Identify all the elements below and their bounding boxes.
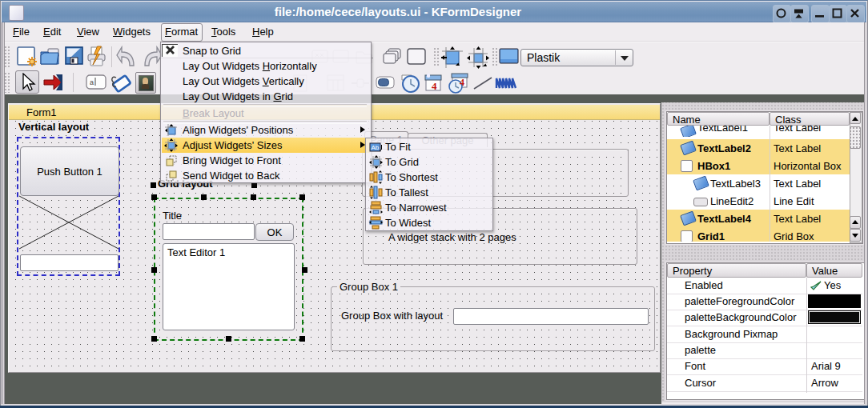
svg-text:a: a [90, 78, 94, 86]
svg-text:4: 4 [432, 80, 437, 92]
svg-text:4: 4 [460, 77, 464, 88]
svg-text:Ab: Ab [372, 144, 380, 151]
